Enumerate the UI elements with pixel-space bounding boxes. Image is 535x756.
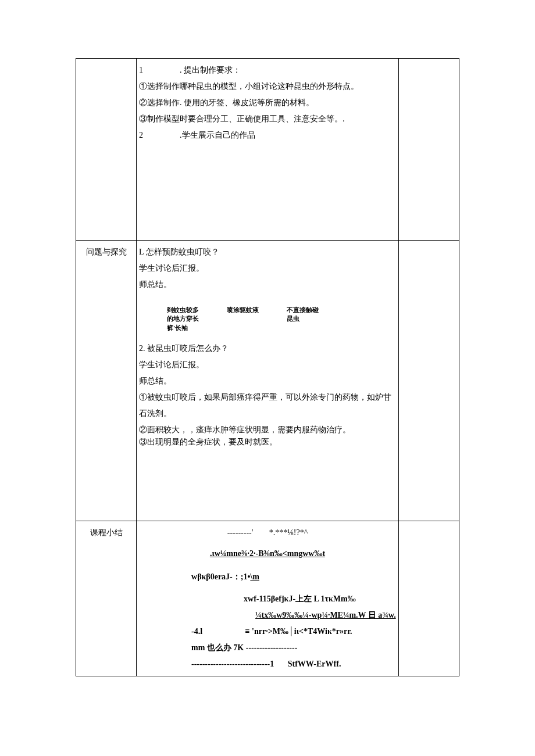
row1-label bbox=[76, 59, 137, 241]
q2-teacher: 师总结。 bbox=[139, 373, 396, 389]
q1-discuss: 学生讨论后汇报。 bbox=[139, 260, 396, 277]
q2-discuss: 学生讨论后汇报。 bbox=[139, 357, 396, 373]
req-line1-text: . 提出制作要求： bbox=[180, 62, 396, 78]
garble-line1: ---------' *.***⅛!?*^ bbox=[139, 525, 396, 541]
tip-repellent: 喷涂驱蚊液 bbox=[227, 306, 259, 332]
row3-label: 课程小结 bbox=[76, 521, 137, 676]
req-line1-num: 1 bbox=[139, 62, 147, 78]
garble-line5: ¼tx‰w9‰‰¼-wp¼·ME¼m.W 日 a¾w. bbox=[255, 607, 396, 624]
q2-answer3-cutoff: ③出现明显的全身症状，要及时就医。 bbox=[139, 438, 396, 446]
row-requirements: 1 . 提出制作要求： ①选择制作哪种昆虫的模型，小组讨论这种昆虫的外形特点。 … bbox=[76, 59, 459, 241]
garble-line7: mm 也么办 7K ------------------- bbox=[191, 640, 396, 656]
garble-line2: .ιw¼mne⅜·2∙-B⅜n‰<mngww‰t bbox=[139, 546, 396, 562]
row1-content: 1 . 提出制作要求： ①选择制作哪种昆虫的模型，小组讨论这种昆虫的外形特点。 … bbox=[137, 59, 399, 241]
tip-clothing: 到蚊虫较多 的地方穿长 裤'长袖 bbox=[167, 306, 199, 332]
garble-line3: wβκβ0eraJ-：;1•\m bbox=[191, 569, 396, 585]
row3-note bbox=[398, 521, 459, 676]
row2-content: L 怎样预防蚊虫叮咬？ 学生讨论后汇报。 师总结。 到蚊虫较多 的地方穿长 裤'… bbox=[137, 241, 399, 521]
req-line1: 1 . 提出制作要求： bbox=[139, 62, 396, 78]
row-summary: 课程小结 ---------' *.***⅛!?*^ .ιw¼mne⅜·2∙-B… bbox=[76, 521, 459, 676]
q1: L 怎样预防蚊虫叮咬？ bbox=[139, 244, 396, 260]
document-page: 1 . 提出制作要求： ①选择制作哪种昆虫的模型，小组讨论这种昆虫的外形特点。 … bbox=[0, 0, 535, 734]
req-line2: 2 .学生展示自己的作品 bbox=[139, 127, 396, 144]
q2: 2. 被昆虫叮咬后怎么办？ bbox=[139, 341, 396, 357]
row3-content: ---------' *.***⅛!?*^ .ιw¼mne⅜·2∙-B⅜n‰<m… bbox=[137, 521, 399, 676]
garble-line4: xwf-115βefjκJ-上左 L 1τκMm‰ bbox=[244, 591, 396, 607]
req-line2-num: 2 bbox=[139, 127, 147, 144]
garble-line6: -4.l ≡ 'nrr∙>M‰│iι<*T4Wiκ*r»rr. bbox=[191, 624, 396, 640]
req-bullet1: ①选择制作哪种昆虫的模型，小组讨论这种昆虫的外形特点。 bbox=[139, 78, 396, 95]
q2-answer1: ①被蚊虫叮咬后，如果局部瘙痒得严重，可以外涂专门的药物，如炉甘石洗剂。 bbox=[139, 389, 396, 422]
row-questions: 问题与探究 L 怎样预防蚊虫叮咬？ 学生讨论后汇报。 师总结。 到蚊虫较多 的地… bbox=[76, 241, 459, 521]
req-bullet2: ②选择制作. 使用的牙签、橡皮泥等所需的材料。 bbox=[139, 95, 396, 111]
tip-no-touch: 不直接触碰 昆虫 bbox=[287, 306, 319, 332]
req-bullet3: ③制作模型时要合理分工、正确使用工具、注意安全等。. bbox=[139, 111, 396, 127]
req-line2-text: .学生展示自己的作品 bbox=[180, 127, 396, 144]
row1-note bbox=[398, 59, 459, 241]
q2-answer2: ②面积较大，，瘙痒水肿等症状明显，需要内服药物治疗。 bbox=[139, 422, 396, 438]
garble-line8: -----------------------------1 StfWW-ErW… bbox=[191, 656, 396, 672]
row2-label: 问题与探究 bbox=[76, 241, 137, 521]
lesson-table: 1 . 提出制作要求： ①选择制作哪种昆虫的模型，小组讨论这种昆虫的外形特点。 … bbox=[76, 58, 459, 676]
q1-teacher: 师总结。 bbox=[139, 277, 396, 293]
row2-note bbox=[398, 241, 459, 521]
prevention-tips: 到蚊虫较多 的地方穿长 裤'长袖 喷涂驱蚊液 不直接触碰 昆虫 bbox=[167, 306, 396, 332]
